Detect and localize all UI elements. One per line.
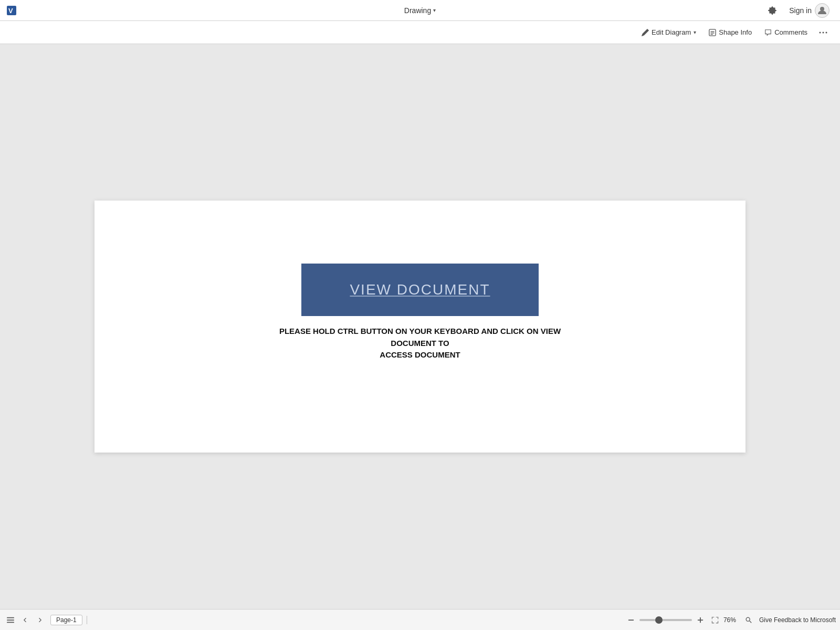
bottom-bar: Page-1 76%	[0, 609, 840, 630]
shape-info-button[interactable]: Shape Info	[704, 25, 757, 39]
svg-rect-12	[7, 622, 14, 623]
svg-rect-10	[7, 617, 14, 618]
top-bar: V Drawing ▾ Sign in	[0, 0, 840, 21]
page-nav-menu-button[interactable]	[4, 614, 17, 626]
svg-rect-15	[700, 617, 701, 623]
edit-diagram-chevron-icon: ▾	[694, 29, 696, 35]
zoom-fit-button[interactable]	[709, 614, 721, 626]
toolbar: Edit Diagram ▾ Shape Info Comments	[0, 21, 840, 44]
zoom-percent: 76%	[723, 616, 740, 624]
page-nav-prev-button[interactable]	[19, 614, 32, 626]
svg-rect-3	[709, 29, 716, 35]
top-bar-left: V	[6, 5, 17, 16]
zoom-slider[interactable]	[639, 619, 692, 621]
zoom-search-button[interactable]	[742, 614, 755, 626]
comments-label: Comments	[774, 28, 807, 36]
svg-rect-13	[628, 620, 634, 621]
page-tab-divider	[87, 616, 87, 624]
sign-in-label: Sign in	[789, 6, 812, 15]
app-icon: V	[6, 5, 17, 16]
svg-point-2	[820, 7, 824, 11]
document-title: Drawing	[404, 6, 431, 15]
instruction-text: PLEASE HOLD CTRL BUTTON ON YOUR KEYBOARD…	[262, 326, 578, 361]
svg-text:V: V	[8, 7, 13, 15]
top-bar-center: Drawing ▾	[404, 6, 436, 15]
zoom-controls: 76%	[625, 614, 755, 626]
settings-button[interactable]	[764, 2, 781, 19]
page-tab[interactable]: Page-1	[50, 615, 82, 625]
drawing-page: VIEW DOCUMENT PLEASE HOLD CTRL BUTTON ON…	[94, 201, 746, 453]
edit-diagram-button[interactable]: Edit Diagram ▾	[636, 25, 701, 39]
zoom-in-button[interactable]	[694, 614, 707, 626]
view-document-label: VIEW DOCUMENT	[350, 281, 490, 298]
svg-line-17	[750, 621, 752, 623]
comments-button[interactable]: Comments	[759, 25, 813, 39]
svg-point-7	[820, 32, 821, 33]
zoom-out-button[interactable]	[625, 614, 637, 626]
bottom-left: Page-1	[4, 614, 89, 626]
canvas-area: VIEW DOCUMENT PLEASE HOLD CTRL BUTTON ON…	[0, 44, 840, 609]
sign-in-button[interactable]: Sign in	[785, 1, 834, 20]
view-document-button[interactable]: VIEW DOCUMENT	[301, 264, 539, 316]
edit-diagram-label: Edit Diagram	[652, 28, 691, 36]
svg-point-16	[746, 617, 750, 621]
svg-point-9	[826, 32, 827, 33]
more-options-button[interactable]	[815, 24, 832, 41]
svg-rect-11	[7, 620, 14, 621]
top-bar-right: Sign in	[764, 1, 834, 20]
title-chevron-icon[interactable]: ▾	[433, 7, 436, 13]
page-tab-label: Page-1	[56, 616, 77, 624]
feedback-link[interactable]: Give Feedback to Microsoft	[759, 616, 836, 624]
page-nav-next-button[interactable]	[34, 614, 46, 626]
shape-info-label: Shape Info	[719, 28, 752, 36]
svg-point-8	[823, 32, 824, 33]
bottom-right: 76% Give Feedback to Microsoft	[625, 614, 836, 626]
user-avatar	[815, 3, 830, 18]
